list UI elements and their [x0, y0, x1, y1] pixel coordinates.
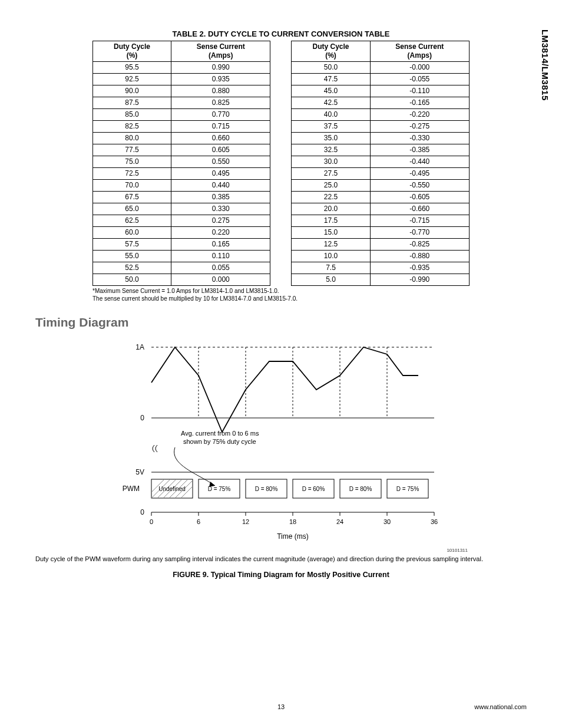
cell-duty-right: 15.0 — [292, 227, 370, 239]
cell-duty-left: 50.0 — [93, 274, 171, 286]
cell-sense-right: -0.605 — [370, 192, 470, 203]
cell-duty-right: 47.5 — [292, 74, 370, 85]
pwm-seg-2: D = 80% — [255, 486, 278, 492]
cell-duty-right: 37.5 — [292, 121, 370, 133]
col-header-duty-1: Duty Cycle(%) — [93, 41, 171, 62]
cell-duty-right: 40.0 — [292, 109, 370, 121]
figure-caption: Duty cycle of the PWM waveform during an… — [35, 555, 527, 562]
cell-sense-left: 0.110 — [171, 251, 270, 262]
cell-duty-left: 80.0 — [93, 133, 171, 144]
table-row: 57.50.16512.5-0.825 — [93, 239, 470, 251]
table-row: 90.00.88045.0-0.110 — [93, 85, 470, 97]
x-tick-1: 6 — [197, 518, 200, 525]
x-axis-label: Time (ms) — [277, 532, 309, 541]
cell-duty-right: 32.5 — [292, 144, 370, 156]
table-row: 80.00.66035.0-0.330 — [93, 133, 470, 144]
cell-duty-right: 30.0 — [292, 156, 370, 168]
cell-sense-left: 0.715 — [171, 121, 270, 133]
cell-duty-left: 95.5 — [93, 62, 171, 74]
part-number-side-label: LM3814/LM3815 — [540, 29, 550, 101]
cell-sense-left: 0.055 — [171, 262, 270, 274]
cell-duty-left: 55.0 — [93, 251, 171, 262]
table-spacer — [270, 144, 292, 156]
cell-duty-left: 60.0 — [93, 227, 171, 239]
table-spacer — [270, 41, 292, 62]
table-spacer — [270, 251, 292, 262]
table-spacer — [270, 192, 292, 203]
cell-sense-right: -0.330 — [370, 133, 470, 144]
x-tick-5: 30 — [384, 518, 391, 525]
cell-duty-right: 42.5 — [292, 97, 370, 109]
table-footnote-2: The sense current should be multiplied b… — [92, 295, 470, 302]
table-row: 65.00.33020.0-0.660 — [93, 203, 470, 215]
cell-duty-left: 65.0 — [93, 203, 171, 215]
cell-sense-left: 0.165 — [171, 239, 270, 251]
table-spacer — [270, 274, 292, 286]
y-label-pwm0: 0 — [140, 508, 144, 516]
x-tick-0: 0 — [150, 518, 153, 525]
cell-duty-right: 22.5 — [292, 192, 370, 203]
table-row: 50.00.0005.0-0.990 — [93, 274, 470, 286]
table-title: TABLE 2. DUTY CYCLE TO CURRENT CONVERSIO… — [92, 29, 470, 38]
cell-duty-right: 25.0 — [292, 180, 370, 192]
cell-duty-left: 62.5 — [93, 215, 171, 227]
table-row: 92.50.93547.5-0.055 — [93, 74, 470, 85]
cell-sense-right: -0.275 — [370, 121, 470, 133]
cell-sense-right: -0.440 — [370, 156, 470, 168]
cell-duty-left: 57.5 — [93, 239, 171, 251]
table-row: 52.50.0557.5-0.935 — [93, 262, 470, 274]
cell-sense-right: -0.495 — [370, 168, 470, 180]
table-spacer — [270, 227, 292, 239]
figure-number: 10101311 — [35, 548, 468, 553]
table-row: 72.50.49527.5-0.495 — [93, 168, 470, 180]
cell-duty-right: 12.5 — [292, 239, 370, 251]
table-spacer — [270, 215, 292, 227]
cell-sense-left: 0.990 — [171, 62, 270, 74]
table-spacer — [270, 97, 292, 109]
cell-sense-right: -0.055 — [370, 74, 470, 85]
section-heading-timing: Timing Diagram — [35, 315, 527, 330]
table-spacer — [270, 156, 292, 168]
cell-duty-left: 87.5 — [93, 97, 171, 109]
cell-duty-left: 72.5 — [93, 168, 171, 180]
table-spacer — [270, 74, 292, 85]
table-row: 55.00.11010.0-0.880 — [93, 251, 470, 262]
table-spacer — [270, 239, 292, 251]
pwm-seg-0: Undefined — [158, 486, 186, 492]
table-spacer — [270, 262, 292, 274]
cell-duty-left: 52.5 — [93, 262, 171, 274]
cell-duty-right: 50.0 — [292, 62, 370, 74]
cell-sense-right: -0.770 — [370, 227, 470, 239]
col-header-sense-2: Sense Current(Amps) — [370, 41, 470, 62]
cell-duty-right: 45.0 — [292, 85, 370, 97]
cell-sense-right: -0.220 — [370, 109, 470, 121]
table-spacer — [270, 180, 292, 192]
cell-sense-left: 0.330 — [171, 203, 270, 215]
table-spacer — [270, 168, 292, 180]
table-row: 70.00.44025.0-0.550 — [93, 180, 470, 192]
cell-sense-right: -0.935 — [370, 262, 470, 274]
table-spacer — [270, 121, 292, 133]
table-row: 82.50.71537.5-0.275 — [93, 121, 470, 133]
page-footer: 13 www.national.com — [35, 703, 527, 710]
table-spacer — [270, 133, 292, 144]
cell-duty-right: 7.5 — [292, 262, 370, 274]
pwm-seg-5: D = 75% — [396, 486, 419, 492]
figure-annotation-l2: shown by 75% duty cycle — [183, 438, 256, 445]
y-label-1a: 1A — [135, 343, 144, 351]
pwm-seg-1: D = 75% — [208, 486, 231, 492]
figure-title: FIGURE 9. Typical Timing Diagram for Mos… — [35, 571, 527, 579]
cell-duty-left: 90.0 — [93, 85, 171, 97]
table-spacer — [270, 85, 292, 97]
cell-sense-left: 0.495 — [171, 168, 270, 180]
cell-sense-left: 0.550 — [171, 156, 270, 168]
cell-sense-right: -0.880 — [370, 251, 470, 262]
cell-sense-right: -0.000 — [370, 62, 470, 74]
table-spacer — [270, 62, 292, 74]
cell-sense-right: -0.385 — [370, 144, 470, 156]
cell-sense-right: -0.550 — [370, 180, 470, 192]
table-spacer — [270, 109, 292, 121]
cell-duty-left: 85.0 — [93, 109, 171, 121]
cell-sense-left: 0.000 — [171, 274, 270, 286]
table-row: 60.00.22015.0-0.770 — [93, 227, 470, 239]
